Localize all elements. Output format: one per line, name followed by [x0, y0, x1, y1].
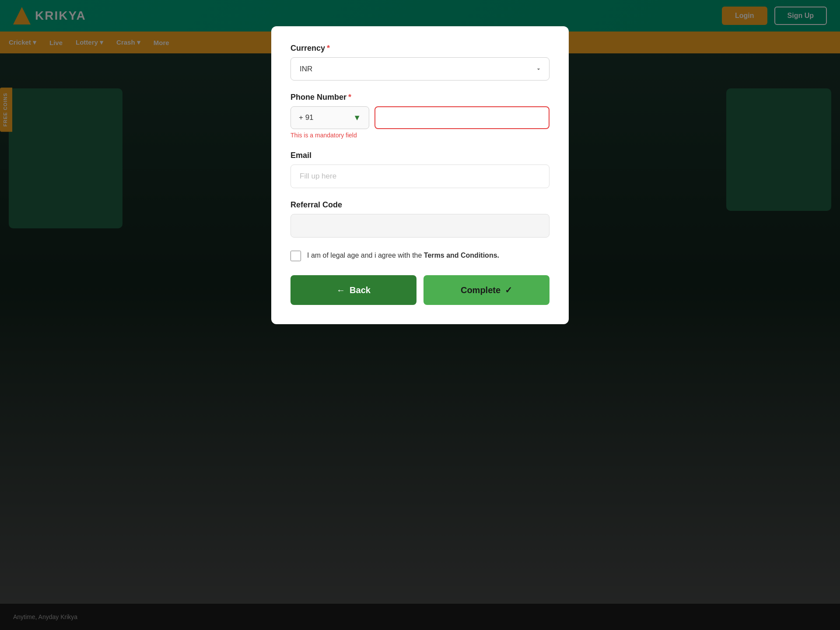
back-arrow-icon: ←	[336, 285, 345, 295]
phone-error-text: This is a mandatory field	[290, 132, 550, 139]
phone-country-selector[interactable]: + 91 ▼	[290, 106, 369, 129]
currency-required-star: *	[327, 44, 330, 52]
phone-row: + 91 ▼	[290, 106, 550, 129]
phone-required-star: *	[348, 93, 351, 102]
registration-modal: Currency* INR USD EUR BDT Phone Number* …	[271, 26, 569, 324]
email-label: Email	[290, 151, 550, 160]
agreement-text: I am of legal age and i agree with the T…	[307, 250, 499, 261]
phone-label: Phone Number*	[290, 93, 550, 102]
action-buttons: ← Back Complete ✓	[290, 275, 550, 305]
phone-country-code: + 91	[299, 113, 314, 122]
email-input[interactable]	[290, 164, 550, 188]
back-button[interactable]: ← Back	[290, 275, 416, 305]
complete-label: Complete	[461, 285, 500, 295]
complete-button[interactable]: Complete ✓	[424, 275, 550, 305]
email-group: Email	[290, 151, 550, 188]
phone-number-input[interactable]	[374, 106, 550, 129]
referral-label: Referral Code	[290, 200, 550, 210]
phone-group: Phone Number* + 91 ▼ This is a mandatory…	[290, 93, 550, 139]
currency-group: Currency* INR USD EUR BDT	[290, 44, 550, 80]
back-label: Back	[350, 285, 371, 295]
referral-input[interactable]	[290, 214, 550, 238]
agreement-row: I am of legal age and i agree with the T…	[290, 250, 550, 261]
complete-check-icon: ✓	[505, 285, 512, 295]
terms-checkbox[interactable]	[290, 251, 301, 261]
currency-select[interactable]: INR USD EUR BDT	[290, 57, 550, 80]
currency-label: Currency*	[290, 44, 550, 53]
phone-country-arrow-icon: ▼	[353, 113, 361, 122]
modal-overlay: Currency* INR USD EUR BDT Phone Number* …	[0, 0, 840, 630]
referral-group: Referral Code	[290, 200, 550, 238]
